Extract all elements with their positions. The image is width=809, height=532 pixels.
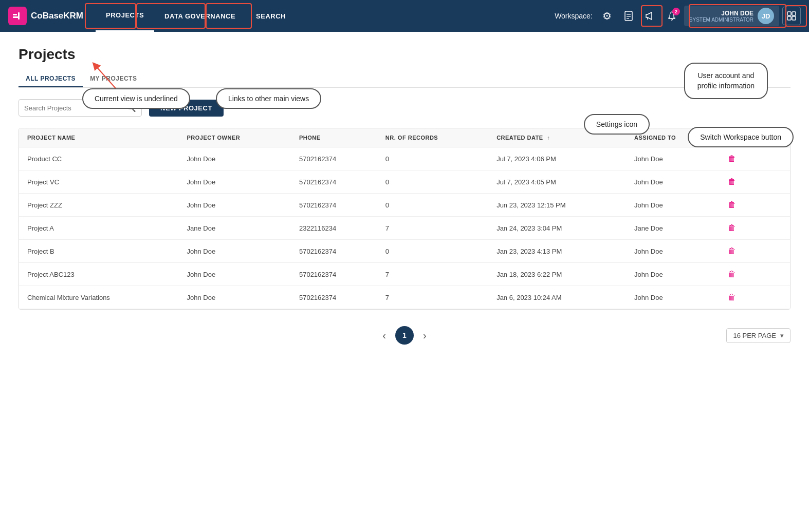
prev-page-button[interactable]: ‹ [378,328,390,344]
nav-link-projects[interactable]: PROJECTS [96,0,154,32]
table-row: Project A Jane Doe 2322116234 7 Jan 24, … [19,217,790,240]
bell-button[interactable]: 2 [663,7,681,25]
col-project-owner: PROJECT OWNER [179,128,291,147]
svg-point-7 [671,19,672,21]
col-nr-records: NR. OF RECORDS [377,128,488,147]
nav-links: PROJECTS DATA GOVERNANCE SEARCH [96,0,296,32]
cell-phone: 5702162374 [291,147,377,170]
table-wrapper: PROJECT NAME PROJECT OWNER PHONE NR. OF … [19,128,790,310]
cell-project-owner: John Doe [179,147,291,170]
grid-icon [787,11,796,21]
sort-icon: ↑ [547,135,550,141]
cell-created-date: Jan 23, 2023 4:13 PM [488,240,626,263]
user-info: JOHN DOE SYSTEM ADMINISTRATOR [689,10,753,23]
svg-rect-9 [792,12,796,15]
cell-nr-records: 7 [377,263,488,286]
delete-icon[interactable]: 🗑 [728,200,736,209]
cell-actions: 🗑 [720,147,790,170]
delete-icon[interactable]: 🗑 [728,223,736,232]
cell-created-date: Jan 24, 2023 3:04 PM [488,217,626,240]
cell-phone: 5702162374 [291,240,377,263]
user-role: SYSTEM ADMINISTRATOR [689,17,753,23]
cell-assigned-to: Jane Doe [626,217,720,240]
table-row: Project B John Doe 5702162374 0 Jan 23, … [19,240,790,263]
page-container: Projects ALL PROJECTS MY PROJECTS 🔍 NEW … [0,32,809,532]
cell-created-date: Jul 7, 2023 4:06 PM [488,147,626,170]
cell-project-owner: John Doe [179,263,291,286]
user-profile[interactable]: JOHN DOE SYSTEM ADMINISTRATOR JD [684,6,779,26]
delete-icon[interactable]: 🗑 [728,270,736,278]
cell-phone: 5702162374 [291,170,377,194]
document-button[interactable] [619,7,638,25]
cell-assigned-to: John Doe [626,194,720,217]
cell-nr-records: 7 [377,217,488,240]
table-row: Chemical Mixture Variations John Doe 570… [19,286,790,309]
cell-project-owner: John Doe [179,240,291,263]
cell-project-name: Chemical Mixture Variations [19,286,179,309]
svg-rect-2 [18,12,20,20]
annotation-switch-workspace: Switch Workspace button [688,127,794,147]
cell-nr-records: 7 [377,286,488,309]
brand-icon [8,7,27,25]
table-header-row: PROJECT NAME PROJECT OWNER PHONE NR. OF … [19,128,790,147]
megaphone-icon [645,11,655,21]
nav-link-search[interactable]: SEARCH [246,0,296,32]
delete-icon[interactable]: 🗑 [728,154,736,163]
table-row: Project ZZZ John Doe 5702162374 0 Jun 23… [19,194,790,217]
settings-button[interactable]: ⚙ [598,7,616,25]
tabs: ALL PROJECTS MY PROJECTS [19,71,790,88]
cell-actions: 🗑 [720,194,790,217]
cell-created-date: Jul 7, 2023 4:05 PM [488,170,626,194]
cell-nr-records: 0 [377,147,488,170]
annotation-settings: Settings icon [584,114,650,135]
cell-assigned-to: John Doe [626,170,720,194]
tab-my-projects[interactable]: MY PROJECTS [83,71,144,87]
per-page-selector[interactable]: 16 PER PAGE ▾ [726,328,790,343]
cell-project-owner: Jane Doe [179,217,291,240]
col-project-name: PROJECT NAME [19,128,179,147]
cell-actions: 🗑 [720,217,790,240]
cell-assigned-to: John Doe [626,263,720,286]
cell-nr-records: 0 [377,240,488,263]
table-row: Project VC John Doe 5702162374 0 Jul 7, … [19,170,790,194]
cell-project-owner: John Doe [179,194,291,217]
cell-actions: 🗑 [720,286,790,309]
cell-project-name: Product CC [19,147,179,170]
cell-project-name: Project VC [19,170,179,194]
delete-icon[interactable]: 🗑 [728,177,736,186]
svg-rect-11 [792,16,796,20]
brand[interactable]: CoBaseKRM [8,7,83,25]
svg-rect-8 [787,12,791,15]
svg-rect-10 [787,16,791,20]
brand-logo-icon [12,10,23,22]
delete-icon[interactable]: 🗑 [728,293,736,301]
next-page-button[interactable]: › [419,328,431,344]
chevron-down-icon: ▾ [780,332,784,339]
avatar: JD [758,8,774,24]
cell-phone: 5702162374 [291,194,377,217]
page-1-button[interactable]: 1 [395,326,414,345]
cell-phone: 2322116234 [291,217,377,240]
cell-created-date: Jan 6, 2023 10:24 AM [488,286,626,309]
cell-phone: 5702162374 [291,263,377,286]
annotation-current-view: Current view is underlined [82,88,190,109]
cell-assigned-to: John Doe [626,147,720,170]
pagination: ‹ 1 › 16 PER PAGE ▾ [19,326,790,345]
switch-workspace-button[interactable] [782,7,801,25]
user-name: JOHN DOE [689,10,753,17]
col-phone: PHONE [291,128,377,147]
cell-assigned-to: John Doe [626,286,720,309]
cell-nr-records: 0 [377,194,488,217]
svg-rect-0 [13,14,17,15]
nav-link-data-governance[interactable]: DATA GOVERNANCE [154,0,246,32]
cell-project-owner: John Doe [179,170,291,194]
table-row: Product CC John Doe 5702162374 0 Jul 7, … [19,147,790,170]
cell-assigned-to: John Doe [626,240,720,263]
tab-all-projects[interactable]: ALL PROJECTS [19,71,83,87]
delete-icon[interactable]: 🗑 [728,246,736,255]
per-page-label: 16 PER PAGE [733,332,776,339]
cell-project-name: Project A [19,217,179,240]
document-icon [624,11,633,21]
megaphone-button[interactable] [641,7,659,25]
brand-name: CoBaseKRM [31,11,83,21]
